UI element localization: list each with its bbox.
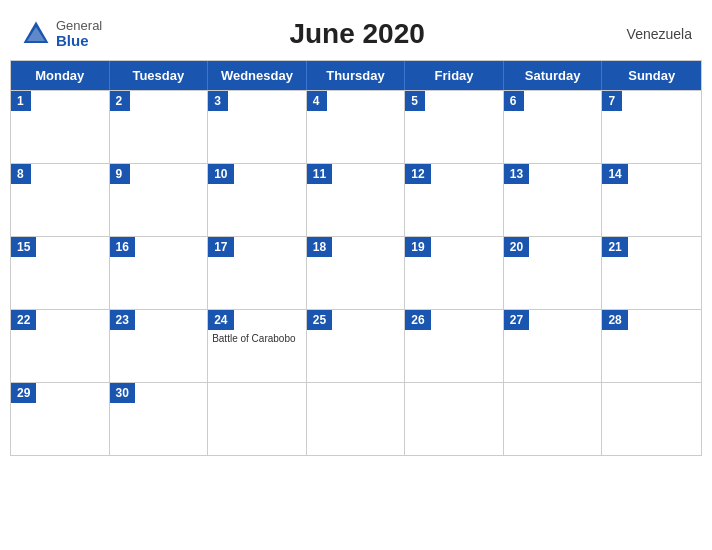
- day-cell-30: 30: [110, 383, 209, 455]
- week-row-1: 1234567: [11, 90, 701, 163]
- day-cell-1: 1: [11, 91, 110, 163]
- day-number: 30: [110, 383, 135, 403]
- day-cell-6: 6: [504, 91, 603, 163]
- day-cell-24: 24Battle of Carabobo: [208, 310, 307, 382]
- day-number: 4: [307, 91, 327, 111]
- day-number: 2: [110, 91, 130, 111]
- day-cell-29: 29: [11, 383, 110, 455]
- day-number: 28: [602, 310, 627, 330]
- header-saturday: Saturday: [504, 61, 603, 90]
- day-cell-25: 25: [307, 310, 406, 382]
- week-row-3: 15161718192021: [11, 236, 701, 309]
- logo-icon: [20, 18, 52, 50]
- calendar-title: June 2020: [102, 18, 612, 50]
- day-number: 12: [405, 164, 430, 184]
- day-number: 23: [110, 310, 135, 330]
- header-thursday: Thursday: [307, 61, 406, 90]
- day-cell-14: 14: [602, 164, 701, 236]
- week-row-4: 222324Battle of Carabobo25262728: [11, 309, 701, 382]
- day-number: 10: [208, 164, 233, 184]
- day-cell-10: 10: [208, 164, 307, 236]
- day-number: 21: [602, 237, 627, 257]
- day-number: 26: [405, 310, 430, 330]
- header-friday: Friday: [405, 61, 504, 90]
- day-cell-empty: [307, 383, 406, 455]
- day-number: 18: [307, 237, 332, 257]
- logo-text: General Blue: [56, 19, 102, 50]
- day-cell-empty: [405, 383, 504, 455]
- day-cell-19: 19: [405, 237, 504, 309]
- day-number: 6: [504, 91, 524, 111]
- header-monday: Monday: [11, 61, 110, 90]
- day-number: 16: [110, 237, 135, 257]
- day-cell-9: 9: [110, 164, 209, 236]
- day-cell-28: 28: [602, 310, 701, 382]
- week-row-5: 2930: [11, 382, 701, 455]
- day-cell-11: 11: [307, 164, 406, 236]
- day-number: 19: [405, 237, 430, 257]
- header-wednesday: Wednesday: [208, 61, 307, 90]
- day-number: 11: [307, 164, 332, 184]
- day-cell-27: 27: [504, 310, 603, 382]
- day-cell-23: 23: [110, 310, 209, 382]
- day-cell-22: 22: [11, 310, 110, 382]
- day-cell-17: 17: [208, 237, 307, 309]
- logo-blue-label: Blue: [56, 33, 102, 50]
- day-cell-empty: [602, 383, 701, 455]
- day-cell-empty: [208, 383, 307, 455]
- day-number: 17: [208, 237, 233, 257]
- day-number: 22: [11, 310, 36, 330]
- calendar-header: General Blue June 2020 Venezuela: [10, 10, 702, 54]
- week-row-2: 891011121314: [11, 163, 701, 236]
- day-cell-7: 7: [602, 91, 701, 163]
- holiday-label: Battle of Carabobo: [208, 330, 306, 347]
- day-number: 1: [11, 91, 31, 111]
- logo-general-label: General: [56, 19, 102, 33]
- day-cell-2: 2: [110, 91, 209, 163]
- calendar-body: 123456789101112131415161718192021222324B…: [11, 90, 701, 455]
- day-cell-4: 4: [307, 91, 406, 163]
- day-number: 25: [307, 310, 332, 330]
- calendar: Monday Tuesday Wednesday Thursday Friday…: [10, 60, 702, 456]
- day-cell-8: 8: [11, 164, 110, 236]
- day-cell-13: 13: [504, 164, 603, 236]
- day-cell-12: 12: [405, 164, 504, 236]
- day-cell-18: 18: [307, 237, 406, 309]
- day-number: 20: [504, 237, 529, 257]
- header-sunday: Sunday: [602, 61, 701, 90]
- logo: General Blue: [20, 18, 102, 50]
- day-number: 8: [11, 164, 31, 184]
- day-cell-empty: [504, 383, 603, 455]
- day-number: 9: [110, 164, 130, 184]
- day-number: 24: [208, 310, 233, 330]
- day-cell-3: 3: [208, 91, 307, 163]
- day-cell-26: 26: [405, 310, 504, 382]
- day-number: 14: [602, 164, 627, 184]
- day-number: 15: [11, 237, 36, 257]
- day-number: 5: [405, 91, 425, 111]
- day-number: 7: [602, 91, 622, 111]
- day-cell-16: 16: [110, 237, 209, 309]
- day-number: 27: [504, 310, 529, 330]
- weekday-header-row: Monday Tuesday Wednesday Thursday Friday…: [11, 61, 701, 90]
- day-number: 29: [11, 383, 36, 403]
- country-label: Venezuela: [612, 26, 692, 42]
- day-cell-21: 21: [602, 237, 701, 309]
- day-number: 3: [208, 91, 228, 111]
- day-number: 13: [504, 164, 529, 184]
- day-cell-20: 20: [504, 237, 603, 309]
- day-cell-5: 5: [405, 91, 504, 163]
- day-cell-15: 15: [11, 237, 110, 309]
- header-tuesday: Tuesday: [110, 61, 209, 90]
